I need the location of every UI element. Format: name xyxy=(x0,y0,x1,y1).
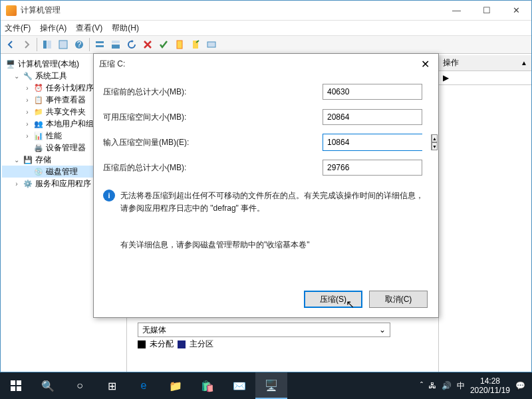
delete-button[interactable] xyxy=(140,37,155,52)
maximize-button[interactable]: ☐ xyxy=(471,1,501,20)
explorer-button[interactable]: 📁 xyxy=(160,372,192,399)
svg-rect-9 xyxy=(177,41,182,49)
shrink-amount-input[interactable] xyxy=(323,134,431,150)
shrink-amount-label: 输入压缩空间量(MB)(E): xyxy=(103,137,323,148)
toolbar-button[interactable] xyxy=(172,37,187,52)
info-text-1: 无法将卷压缩到超出任何不可移动的文件所在的点。有关完成该操作时间的详细信息，请参… xyxy=(120,190,429,215)
info-text-2: 有关详细信息，请参阅磁盘管理帮助中的"收缩基本卷" xyxy=(120,239,429,251)
shrink-dialog: 压缩 C: ✕ 压缩前的总计大小(MB): 40630 可用压缩空间大小(MB)… xyxy=(93,53,439,318)
mail-button[interactable]: ✉️ xyxy=(223,372,255,399)
help-button[interactable]: ? xyxy=(72,37,86,52)
actions-header: 操作 xyxy=(443,57,459,68)
minimize-button[interactable]: — xyxy=(442,1,471,20)
svg-rect-14 xyxy=(11,386,15,391)
before-size-field: 40630 xyxy=(323,84,422,100)
svg-rect-5 xyxy=(96,41,104,43)
toolbar-button[interactable] xyxy=(108,37,123,52)
dialog-title: 压缩 C: xyxy=(99,59,125,70)
tray-up-icon[interactable]: ˆ xyxy=(420,381,423,390)
properties-button[interactable] xyxy=(56,37,70,52)
refresh-button[interactable] xyxy=(124,37,139,52)
cortana-button[interactable]: ○ xyxy=(64,372,96,399)
menu-action[interactable]: 操作(A) xyxy=(40,23,66,34)
dialog-close-button[interactable]: ✕ xyxy=(417,56,433,72)
media-dropdown[interactable]: 无媒体 ⌄ xyxy=(138,323,390,337)
forward-button[interactable] xyxy=(19,37,34,52)
spin-down-button[interactable]: ▼ xyxy=(432,142,438,150)
menu-file[interactable]: 文件(F) xyxy=(5,23,31,34)
toolbar: ? xyxy=(1,35,531,54)
svg-rect-15 xyxy=(17,386,21,391)
cancel-button[interactable]: 取消(C) xyxy=(369,291,428,308)
taskbar: 🔍 ○ ⊞ e 📁 🛍️ ✉️ 🖥️ ˆ 🖧 🔊 中 14:28 2020/11… xyxy=(0,372,532,399)
svg-rect-13 xyxy=(17,380,21,385)
actions-arrow-icon[interactable]: ▶ xyxy=(443,73,449,82)
ime-indicator[interactable]: 中 xyxy=(457,380,465,392)
clock[interactable]: 14:28 2020/11/19 xyxy=(470,376,510,396)
svg-rect-2 xyxy=(59,41,67,49)
avail-space-label: 可用压缩空间大小(MB): xyxy=(103,112,323,123)
compmgmt-taskbar-button[interactable]: 🖥️ xyxy=(255,372,287,399)
svg-rect-8 xyxy=(112,45,120,49)
menubar: 文件(F) 操作(A) 查看(V) 帮助(H) xyxy=(1,21,531,35)
after-size-field: 29766 xyxy=(323,160,422,176)
search-button[interactable]: 🔍 xyxy=(32,372,64,399)
store-button[interactable]: 🛍️ xyxy=(192,372,223,399)
shrink-button[interactable]: 压缩(S) xyxy=(304,291,362,308)
after-size-label: 压缩后的总计大小(MB): xyxy=(103,162,323,174)
legend-primary-swatch xyxy=(178,340,186,348)
avail-space-field: 20864 xyxy=(323,109,422,125)
svg-rect-0 xyxy=(43,41,47,49)
notifications-button[interactable]: 💬 xyxy=(515,381,525,390)
volume-icon[interactable]: 🔊 xyxy=(442,381,452,390)
network-icon[interactable]: 🖧 xyxy=(428,381,436,390)
svg-rect-7 xyxy=(112,41,120,43)
toolbar-divider xyxy=(89,38,90,51)
svg-text:?: ? xyxy=(77,40,82,49)
legend-unallocated-swatch xyxy=(138,340,146,348)
toolbar-button[interactable] xyxy=(92,37,107,52)
start-button[interactable] xyxy=(0,372,32,399)
taskview-button[interactable]: ⊞ xyxy=(96,372,128,399)
info-icon: i xyxy=(103,190,115,201)
back-button[interactable] xyxy=(3,37,18,52)
actions-pane: 操作 ▲ ▶ xyxy=(438,55,531,372)
chevron-down-icon: ⌄ xyxy=(379,325,386,334)
shrink-amount-spinner[interactable]: ▲ ▼ xyxy=(323,134,422,151)
window-title: 计算机管理 xyxy=(21,5,442,16)
close-button[interactable]: ✕ xyxy=(501,1,531,20)
menu-view[interactable]: 查看(V) xyxy=(76,23,102,34)
toolbar-button[interactable] xyxy=(204,37,219,52)
before-size-label: 压缩前的总计大小(MB): xyxy=(103,86,323,98)
svg-rect-11 xyxy=(207,42,215,47)
check-button[interactable] xyxy=(156,37,171,52)
spin-up-button[interactable]: ▲ xyxy=(432,134,438,142)
app-icon xyxy=(6,5,17,16)
collapse-icon[interactable]: ▲ xyxy=(521,59,527,66)
menu-help[interactable]: 帮助(H) xyxy=(112,23,139,34)
edge-button[interactable]: e xyxy=(128,372,160,399)
svg-rect-6 xyxy=(96,45,104,47)
show-tree-button[interactable] xyxy=(40,37,55,52)
legend: 未分配 主分区 xyxy=(138,338,213,350)
svg-rect-1 xyxy=(47,41,51,49)
toolbar-divider xyxy=(37,38,37,51)
toolbar-button[interactable] xyxy=(188,37,203,52)
svg-rect-12 xyxy=(11,380,15,385)
titlebar: 计算机管理 — ☐ ✕ xyxy=(1,1,531,21)
